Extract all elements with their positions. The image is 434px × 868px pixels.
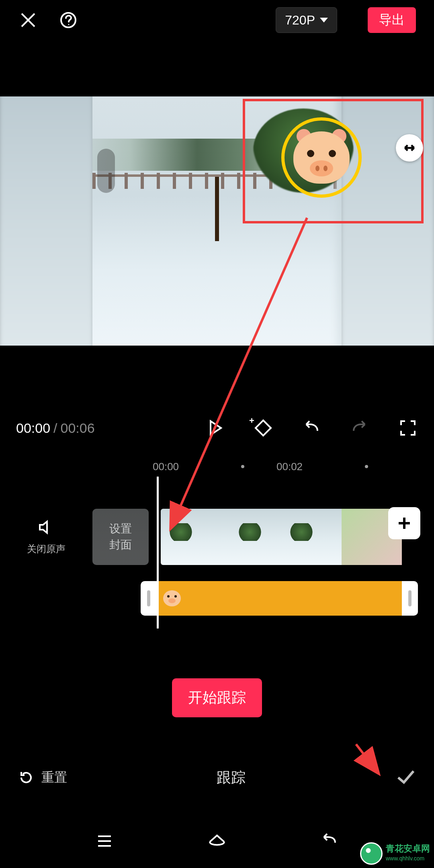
mute-original-audio[interactable]: 关闭原声 [0,518,92,555]
panel-title: 跟踪 [67,768,395,788]
preview-blur-left [0,96,97,346]
cover-label-line2: 封面 [109,537,132,553]
help-icon [59,11,77,29]
watermark-logo-icon [360,842,383,865]
nav-recent-button[interactable] [94,831,115,853]
set-cover-button[interactable]: 设置 封面 [92,509,149,565]
mute-label: 关闭原声 [27,542,66,555]
ruler-tick: 00:00 [153,461,241,473]
clip-handle-right[interactable] [402,581,418,616]
keyframe-icon [254,419,272,437]
time-current: 00:00 [16,420,50,436]
plus-icon: + [249,416,254,426]
reset-button[interactable]: 重置 [18,769,67,786]
close-button[interactable] [18,10,38,30]
pig-sticker[interactable] [293,131,350,184]
watermark-name: 青花安卓网 [386,843,430,854]
pig-sticker-icon [163,590,181,606]
check-icon [395,766,416,787]
add-keyframe-button[interactable]: + [253,418,273,438]
ruler-dot [241,465,244,468]
reset-icon [18,770,34,786]
nav-back-button[interactable] [319,831,340,853]
timeline-ruler[interactable]: 00:00 00:02 [0,457,434,477]
export-label: 导出 [379,11,405,29]
help-button[interactable] [58,10,78,30]
tracker-target[interactable] [281,117,362,198]
menu-icon [94,831,115,852]
panel-footer: 重置 跟踪 [0,757,434,798]
cover-label-line1: 设置 [109,521,132,537]
close-icon [19,11,37,29]
video-preview[interactable] [0,96,434,346]
add-clip-button[interactable] [388,507,420,539]
clip-thumb [161,509,221,565]
ruler-dot [365,465,368,468]
clip-thumb [221,509,281,565]
playback-controls-row: 00:00/00:06 + [0,406,434,450]
undo-icon [302,419,321,437]
redo-button[interactable] [350,418,370,438]
home-icon [207,831,227,852]
watermark-url: www.qhhlv.com [386,854,430,863]
speaker-icon [37,518,55,536]
play-icon [206,419,224,437]
start-tracking-label: 开始跟踪 [188,689,246,706]
watermark: 青花安卓网 www.qhhlv.com [360,842,430,865]
time-total: 00:06 [61,420,95,436]
resize-horizontal-icon [402,140,417,156]
reset-label: 重置 [41,769,67,786]
resolution-label: 720P [285,13,315,28]
timeline[interactable]: 关闭原声 设置 封面 [0,477,434,649]
redo-icon [350,419,369,437]
time-display: 00:00/00:06 [16,420,95,436]
video-track-row: 关闭原声 设置 封面 [0,505,434,569]
confirm-button[interactable] [395,766,416,789]
plus-icon [396,515,412,531]
fullscreen-button[interactable] [398,418,418,438]
ruler-tick: 00:02 [276,461,365,473]
undo-button[interactable] [301,418,321,438]
play-button[interactable] [205,418,225,438]
nav-home-button[interactable] [207,831,227,853]
resolution-selector[interactable]: 720P [276,7,337,33]
chevron-down-icon [320,18,328,23]
back-icon [319,831,340,852]
sticker-resize-handle[interactable] [396,134,423,162]
svg-point-1 [68,24,70,25]
playhead[interactable] [157,477,159,628]
spacer [0,40,434,96]
annotation-highlight-rect [243,99,424,223]
sticker-track[interactable] [141,581,418,616]
start-tracking-button[interactable]: 开始跟踪 [172,678,262,717]
sticker-clip[interactable] [157,581,402,616]
clip-handle-left[interactable] [141,581,157,616]
clip-thumb [281,509,342,565]
fullscreen-icon [399,419,417,437]
export-button[interactable]: 导出 [368,7,416,33]
